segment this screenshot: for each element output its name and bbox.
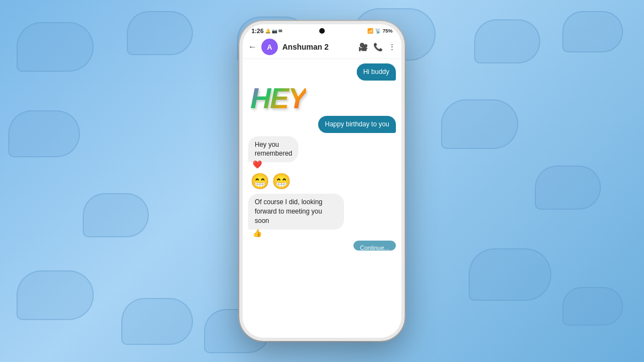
bell-icon: 🔔 — [265, 29, 271, 34]
app-bar-actions: 🎥 📞 ⋮ — [358, 42, 396, 51]
partial-message-bubble: Continue... — [353, 241, 396, 251]
status-notification-icons: 🔔 📷 ✉ — [265, 29, 282, 34]
battery-level: 75% — [383, 28, 393, 34]
message-row: Of course I did, looking forward to meet… — [248, 194, 396, 237]
message-text: Of course I did, looking forward to meet… — [255, 198, 323, 225]
message-text: Hey you remembered — [255, 141, 292, 158]
mail-icon: ✉ — [278, 29, 282, 34]
heart-reaction: ❤️ — [253, 160, 325, 169]
message-bubble-received: Of course I did, looking forward to meet… — [248, 194, 344, 229]
status-bar-left: 1:26 🔔 📷 ✉ — [251, 28, 282, 34]
more-options-button[interactable]: ⋮ — [388, 42, 396, 51]
message-row: Hey you remembered ❤️ — [248, 136, 396, 169]
status-time: 1:26 — [251, 28, 264, 34]
message-row-sticker: HEY — [248, 84, 396, 113]
contact-avatar: A — [261, 39, 278, 55]
message-row-partial: Continue... — [248, 241, 396, 251]
back-button[interactable]: ← — [248, 42, 257, 52]
message-with-reaction: Hey you remembered ❤️ — [248, 136, 325, 169]
camera-cutout — [319, 28, 325, 34]
messages-area: Hi buddy HEY Happy birthday to you He — [243, 59, 401, 338]
app-bar: ← A Anshuman 2 🎥 📞 ⋮ — [243, 35, 401, 59]
thumbs-up-reaction: 👍 — [253, 228, 396, 237]
status-bar-right: 📶 📡 75% — [367, 28, 393, 34]
message-bubble-sent: Happy birthday to you — [318, 116, 396, 133]
emoji-message: 😁 😁 — [250, 172, 291, 190]
grinning-emoji-2: 😁 — [272, 172, 291, 190]
contact-name: Anshuman 2 — [282, 42, 354, 51]
message-row-emoji: 😁 😁 — [248, 172, 396, 190]
camera-icon: 📷 — [272, 29, 277, 34]
phone-call-button[interactable]: 📞 — [373, 42, 383, 51]
hey-sticker: HEY — [248, 84, 306, 113]
wifi-icon: 📶 — [367, 28, 373, 34]
signal-icon: 📡 — [375, 28, 381, 34]
message-bubble-received: Hey you remembered — [248, 136, 298, 163]
video-call-button[interactable]: 🎥 — [358, 42, 368, 51]
phone-device: 1:26 🔔 📷 ✉ 📶 📡 75% ← A Anshuman 2 🎥 📞 — [239, 21, 405, 341]
message-with-thumbs-up: Of course I did, looking forward to meet… — [248, 194, 396, 237]
message-text: Happy birthday to you — [325, 120, 389, 128]
grinning-emoji: 😁 — [250, 172, 270, 190]
message-bubble-sent: Hi buddy — [357, 63, 396, 81]
message-text: Hi buddy — [363, 68, 389, 76]
status-bar: 1:26 🔔 📷 ✉ 📶 📡 75% — [243, 24, 401, 35]
message-row: Happy birthday to you — [248, 116, 396, 133]
message-row: Hi buddy — [248, 63, 396, 81]
phone-screen: 1:26 🔔 📷 ✉ 📶 📡 75% ← A Anshuman 2 🎥 📞 — [243, 24, 401, 338]
partial-text: Continue... — [360, 244, 389, 251]
